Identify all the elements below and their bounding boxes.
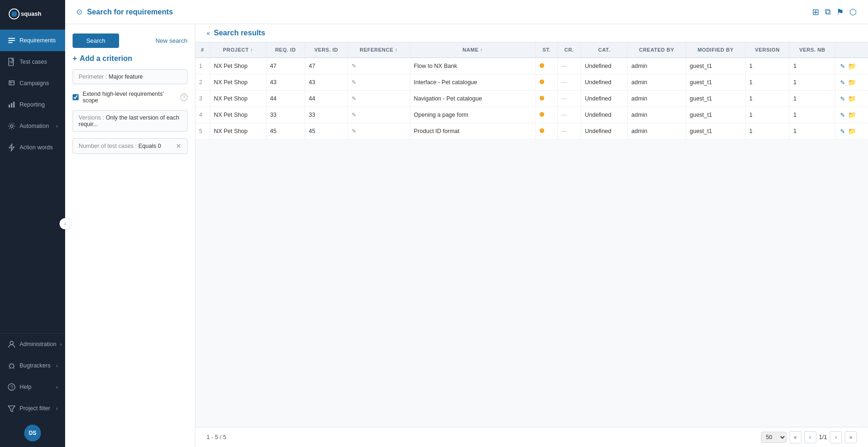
next-page-button[interactable]: › — [830, 431, 842, 443]
avatar[interactable]: DS — [24, 425, 41, 441]
cell-row-actions: ✎ 📁 — [835, 91, 868, 107]
col-vers-id[interactable]: VERS. ID — [305, 42, 347, 58]
edit-reference-icon[interactable]: ✎ — [352, 79, 356, 86]
search-panel: Search New search + Add a criterion Peri… — [65, 24, 195, 447]
col-vers-nb[interactable]: VERS. NB — [789, 42, 835, 58]
edit-row-button[interactable]: ✎ — [840, 63, 845, 70]
edit-row-button[interactable]: ✎ — [840, 128, 845, 135]
col-cat[interactable]: CAT. — [581, 42, 628, 58]
search-actions: Search New search — [73, 33, 187, 48]
last-page-button[interactable]: » — [845, 431, 857, 443]
cell-reference[interactable]: ✎ — [347, 91, 410, 107]
cell-project: NX Pet Shop — [210, 58, 266, 74]
prev-page-button[interactable]: ‹ — [804, 431, 816, 443]
cell-num: 1 — [195, 58, 210, 74]
svg-text:squash: squash — [21, 11, 41, 18]
col-name[interactable]: NAME ↑ — [410, 42, 536, 58]
col-created-by[interactable]: CREATED BY — [628, 42, 686, 58]
sidebar-item-project-filter[interactable]: Project filter › — [0, 398, 65, 419]
export-icon[interactable]: ⬡ — [849, 7, 857, 17]
add-criterion-button[interactable]: + Add a criterion — [73, 54, 187, 63]
folder-row-button[interactable]: 📁 — [848, 111, 856, 119]
col-modified-by[interactable]: MODIFIED BY — [686, 42, 745, 58]
sidebar-item-campaigns[interactable]: Campaigns — [0, 73, 65, 94]
help-icon: ? — [7, 383, 16, 391]
edit-reference-icon[interactable]: ✎ — [352, 63, 356, 69]
filter-icon — [7, 404, 16, 413]
sidebar-item-bugtrackers[interactable]: Bugtrackers › — [0, 355, 65, 376]
remove-criterion-button[interactable]: ✕ — [176, 142, 181, 150]
results-header: « Search results — [195, 24, 868, 42]
back-button[interactable]: ⊙ — [76, 7, 82, 16]
file-icon — [7, 58, 16, 66]
svg-point-1 — [11, 11, 17, 17]
grid-view-icon[interactable]: ⊞ — [812, 7, 819, 17]
cell-cr: — — [557, 123, 581, 140]
cell-name: Product ID format — [410, 123, 536, 140]
edit-reference-icon[interactable]: ✎ — [352, 128, 356, 134]
criterion-label: Perimeter : — [79, 73, 109, 80]
results-title: Search results — [214, 29, 265, 37]
cell-status — [536, 107, 558, 123]
extend-high-level-checkbox[interactable] — [73, 94, 79, 100]
sidebar-item-automation[interactable]: Automation › — [0, 115, 65, 137]
cell-cat: Undefined — [581, 123, 628, 140]
cell-created-by: admin — [628, 107, 686, 123]
new-search-link[interactable]: New search — [155, 37, 187, 44]
cell-vers-nb: 1 — [789, 123, 835, 140]
sidebar-item-label: Requirements — [20, 37, 56, 44]
results-table: # PROJECT ↑ REQ. ID VERS. ID REFERENCE ↑… — [195, 42, 868, 140]
cell-num: 5 — [195, 123, 210, 140]
cell-reference[interactable]: ✎ — [347, 58, 410, 74]
col-req-id[interactable]: REQ. ID — [266, 42, 305, 58]
edit-row-button[interactable]: ✎ — [840, 79, 845, 86]
col-version[interactable]: VERSION — [745, 42, 789, 58]
sidebar-item-action-words[interactable]: Action words — [0, 137, 65, 158]
bug-icon — [7, 361, 16, 370]
chevron-right-icon: › — [56, 385, 58, 390]
sidebar-item-administration[interactable]: Administration › — [0, 334, 65, 355]
sidebar-collapse-button[interactable]: ‹ — [60, 218, 71, 229]
flag-icon[interactable]: ⚑ — [836, 7, 844, 17]
status-dot — [540, 96, 544, 100]
sidebar-item-label: Test cases — [20, 59, 47, 65]
versions-criterion[interactable]: Versions : Only the last version of each… — [73, 110, 187, 132]
edit-reference-icon[interactable]: ✎ — [352, 112, 356, 118]
status-dot — [540, 63, 544, 68]
cell-req-id: 45 — [266, 123, 305, 140]
edit-row-button[interactable]: ✎ — [840, 95, 845, 102]
cell-reference[interactable]: ✎ — [347, 123, 410, 140]
edit-reference-icon[interactable]: ✎ — [352, 95, 356, 102]
svg-text:?: ? — [10, 385, 13, 390]
per-page-select[interactable]: 25 50 100 — [761, 432, 787, 443]
sidebar-bottom: Administration › Bugtrackers › ? Help › — [0, 333, 65, 447]
perimeter-criterion[interactable]: Perimeter : Major feature — [73, 69, 187, 84]
num-test-cases-criterion[interactable]: Number of test cases : Equals 0 ✕ — [73, 138, 187, 154]
cell-vers-nb: 1 — [789, 91, 835, 107]
status-dot — [540, 112, 544, 117]
sidebar-item-reporting[interactable]: Reporting — [0, 94, 65, 115]
col-num[interactable]: # — [195, 42, 210, 58]
cell-vers-nb: 1 — [789, 107, 835, 123]
col-project[interactable]: PROJECT ↑ — [210, 42, 266, 58]
cell-reference[interactable]: ✎ — [347, 107, 410, 123]
search-button[interactable]: Search — [73, 33, 119, 48]
col-reference[interactable]: REFERENCE ↑ — [347, 42, 410, 58]
help-tooltip-icon[interactable]: ? — [180, 93, 187, 101]
cell-reference[interactable]: ✎ — [347, 74, 410, 91]
folder-row-button[interactable]: 📁 — [848, 95, 856, 102]
list-icon — [7, 36, 16, 45]
col-st[interactable]: ST. — [536, 42, 558, 58]
sidebar-item-label: Bugtrackers — [20, 362, 51, 369]
copy-icon[interactable]: ⧉ — [825, 7, 831, 17]
folder-row-button[interactable]: 📁 — [848, 127, 856, 135]
sidebar-item-test-cases[interactable]: Test cases — [0, 51, 65, 73]
col-cr[interactable]: CR. — [557, 42, 581, 58]
sidebar-item-help[interactable]: ? Help › — [0, 376, 65, 398]
folder-row-button[interactable]: 📁 — [848, 79, 856, 86]
first-page-button[interactable]: « — [789, 431, 801, 443]
sidebar-item-requirements[interactable]: Requirements — [0, 30, 65, 51]
folder-row-button[interactable]: 📁 — [848, 62, 856, 70]
chevron-right-icon: › — [56, 124, 58, 129]
edit-row-button[interactable]: ✎ — [840, 112, 845, 119]
